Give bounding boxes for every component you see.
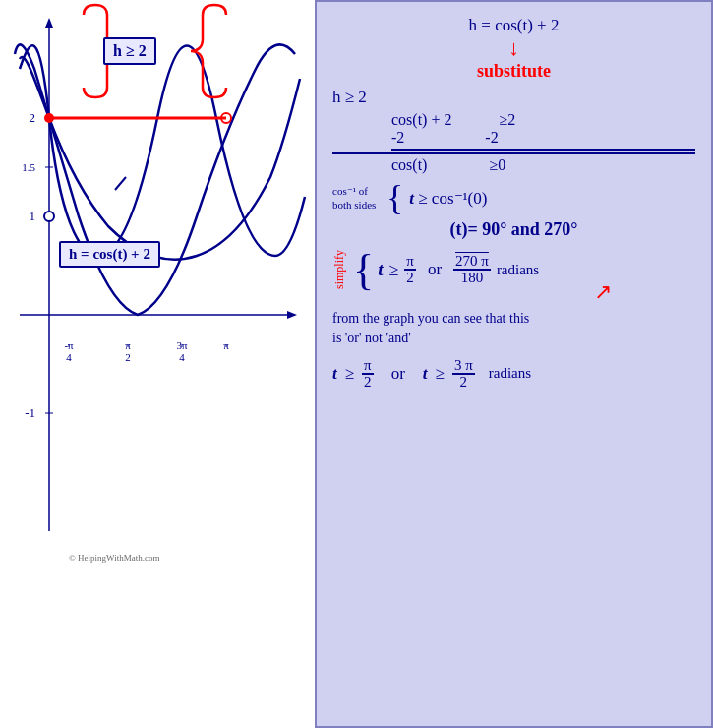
final-pi-num: π [362,358,374,375]
svg-text:4: 4 [66,351,72,363]
or-label-1: or [428,260,442,279]
main-container: height 2 1.5 1 -1 [0,0,713,728]
h-cos-label: h = cos(t) + 2 [59,241,160,268]
svg-rect-0 [0,0,315,551]
final-line: t ≥ π 2 or t ≥ 3 π 2 radians [332,358,695,390]
svg-text:-1: -1 [25,405,35,420]
cos-subtract-block: cos(t) + 2 ≥2 -2 -2 cos(t) ≥0 [332,111,695,174]
final-3pi-den: 2 [458,375,470,390]
arrow-down: ↓ [332,37,695,59]
svg-point-25 [44,113,54,123]
graph-area: height 2 1.5 1 -1 [0,0,315,728]
cos-inverse-annotation: cos⁻¹ ofboth sides [332,185,376,211]
simplify-label: simplify [332,250,347,289]
right-panel: h = cos(t) + 2 ↓ substitute h ≥ 2 cos(t)… [315,0,713,728]
from-graph-text: from the graph you can see that this is … [332,309,695,347]
svg-text:4: 4 [179,351,185,363]
svg-text:1: 1 [30,209,36,223]
h-ge-2-label: h ≥ 2 [103,37,156,65]
final-3pi-num: 3 π [452,358,475,375]
step-h-ge-2: h ≥ 2 [332,88,695,107]
cos-inverse-row: cos⁻¹ ofboth sides { t ≥ cos⁻¹(0) [332,182,695,213]
big-brace-left: { [386,182,403,213]
t-ge-cos-inv: t ≥ cos⁻¹(0) [409,188,487,209]
pi-frac-den: 2 [404,271,416,285]
graph-svg: 2 1.5 1 -1 -π 4 π 2 3π 4 π [0,0,315,551]
or-label-2: or [391,364,405,384]
substitute-label: substitute [332,61,695,82]
svg-text:2: 2 [30,110,36,125]
svg-point-28 [44,212,54,221]
t-equals-label: (t)= 90° and 270° [332,219,695,240]
svg-text:1.5: 1.5 [22,161,35,173]
final-pi-den: 2 [362,375,374,390]
copyright-label: © HelpingWithMath.com [69,553,159,563]
pi-frac-num: π [404,254,416,271]
svg-text:2: 2 [125,351,131,363]
simplify-brace: { [353,253,374,287]
radians-label-2: radians [489,365,531,382]
equation-line1: h = cos(t) + 2 [332,16,695,35]
radians-label-1: radians [497,262,539,278]
simplify-math: t ≥ π 2 or 270 π 180 radians [378,254,539,285]
270pi-frac-den: 180 [459,271,486,285]
270pi-frac-num: 270 π [453,254,491,271]
